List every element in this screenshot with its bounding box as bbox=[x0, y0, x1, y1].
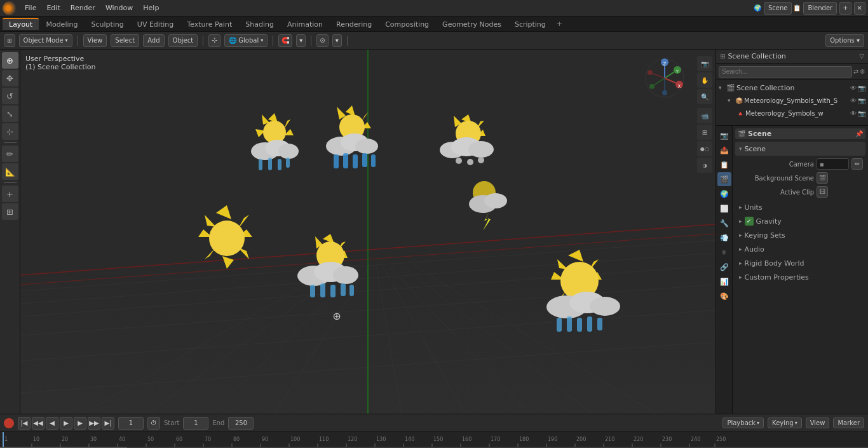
prop-icon-constraints[interactable]: 🔗 bbox=[717, 260, 731, 274]
next-frame-btn[interactable]: ▶ bbox=[74, 417, 86, 430]
tab-animation[interactable]: Animation bbox=[281, 18, 329, 30]
custom-props-section[interactable]: ▸ Custom Properties bbox=[735, 270, 865, 284]
item0-expand[interactable]: ▾ bbox=[728, 97, 734, 104]
mode-icon-btn[interactable]: ⊞ bbox=[4, 34, 15, 47]
menu-window[interactable]: Window bbox=[101, 3, 137, 13]
prop-icon-output[interactable]: 📤 bbox=[717, 143, 731, 157]
viewport-camera2-btn[interactable]: 📹 bbox=[697, 108, 712, 123]
viewport[interactable]: ⊕ bbox=[20, 50, 715, 414]
viewport-zoom-btn[interactable]: 🔍 bbox=[697, 89, 712, 104]
object-mode-dropdown[interactable]: Object Mode ▾ bbox=[19, 34, 72, 47]
viewport-hand-btn[interactable]: ✋ bbox=[697, 72, 712, 88]
view-layer-selector[interactable]: Blender bbox=[803, 2, 837, 15]
add-workspace-button[interactable]: + bbox=[553, 18, 566, 29]
tl-keying-menu[interactable]: Keying ▾ bbox=[768, 417, 802, 428]
viewport-display-btn[interactable]: ⊞ bbox=[697, 125, 712, 140]
outliner-item-0[interactable]: ▾ 📦 Meteorology_Symbols_with_S 👁 📷 bbox=[716, 94, 868, 107]
outliner-filter-btn[interactable]: ▽ bbox=[859, 53, 864, 60]
scene-section-header[interactable]: ▾ Scene bbox=[735, 142, 865, 156]
tab-texture-paint[interactable]: Texture Paint bbox=[180, 18, 238, 30]
tab-layout[interactable]: Layout bbox=[3, 18, 39, 30]
tl-marker-menu[interactable]: Marker bbox=[833, 417, 864, 428]
tool-transform[interactable]: ⊹ bbox=[2, 123, 18, 140]
background-scene-icon-btn[interactable]: 🎬 bbox=[817, 172, 828, 184]
prop-icon-scene[interactable]: 🎬 bbox=[717, 172, 731, 186]
menu-file[interactable]: File bbox=[20, 3, 41, 13]
scene-render-icon[interactable]: 📷 bbox=[858, 85, 865, 92]
prev-frame-btn[interactable]: ◀ bbox=[46, 417, 58, 430]
tab-rendering[interactable]: Rendering bbox=[330, 18, 378, 30]
start-frame-input[interactable]: 1 bbox=[183, 417, 208, 430]
jump-end-btn[interactable]: ▶| bbox=[102, 417, 114, 430]
prop-icon-render[interactable]: 📷 bbox=[717, 128, 731, 142]
outliner-item-scene[interactable]: ▾ 🎬 Scene Collection 👁 📷 bbox=[716, 81, 868, 94]
menu-help[interactable]: Help bbox=[139, 3, 163, 13]
record-button[interactable] bbox=[4, 418, 14, 428]
pivot-btn[interactable]: ⊹ bbox=[208, 34, 220, 47]
object-menu[interactable]: Object bbox=[168, 34, 198, 47]
frame-clock-btn[interactable]: ⏱ bbox=[147, 417, 160, 430]
tool-scale[interactable]: ⤡ bbox=[2, 105, 18, 122]
proportional-edit-btn[interactable]: ⊙ bbox=[316, 34, 328, 47]
tool-cursor[interactable]: ⊕ bbox=[2, 52, 18, 69]
view-menu[interactable]: View bbox=[83, 34, 107, 47]
prop-icon-material[interactable]: 🎨 bbox=[717, 289, 731, 303]
tab-sculpting[interactable]: Sculpting bbox=[85, 18, 130, 30]
tool-add[interactable]: + bbox=[2, 186, 18, 202]
view-layer-add[interactable]: + bbox=[839, 2, 851, 15]
prop-icon-object[interactable]: ⬜ bbox=[717, 201, 731, 215]
item0-render[interactable]: 📷 bbox=[858, 97, 865, 104]
active-clip-icon-btn[interactable]: 🎞 bbox=[817, 186, 828, 198]
transform-space-btn[interactable]: 🌐 Global ▾ bbox=[224, 34, 268, 47]
current-frame-display[interactable]: 1 bbox=[118, 417, 144, 430]
end-frame-input[interactable]: 250 bbox=[228, 417, 254, 430]
camera-value[interactable]: ▪ bbox=[817, 158, 849, 170]
props-pin-btn[interactable]: 📌 bbox=[855, 130, 863, 137]
item1-render[interactable]: 📷 bbox=[858, 110, 865, 117]
jump-back-btn[interactable]: ◀◀ bbox=[32, 417, 44, 430]
snap-options[interactable]: ▾ bbox=[296, 34, 306, 47]
prop-icon-particles[interactable]: 💨 bbox=[717, 231, 731, 245]
add-menu[interactable]: Add bbox=[143, 34, 164, 47]
proportional-options[interactable]: ▾ bbox=[332, 34, 342, 47]
outliner-sync-btn[interactable]: ⇄ bbox=[853, 68, 858, 75]
tool-annotate[interactable]: ✏ bbox=[2, 146, 18, 162]
tool-move[interactable]: ✥ bbox=[2, 70, 18, 86]
item0-vis[interactable]: 👁 bbox=[850, 97, 857, 104]
tab-compositing[interactable]: Compositing bbox=[379, 18, 435, 30]
navigation-gizmo[interactable]: Z Y X bbox=[642, 56, 687, 100]
gravity-checkbox[interactable]: ✓ bbox=[745, 217, 754, 226]
outliner-item-1[interactable]: 🔺 Meteorology_Symbols_w 👁 📷 bbox=[716, 107, 868, 119]
outliner-search-input[interactable] bbox=[719, 66, 852, 78]
tab-scripting[interactable]: Scripting bbox=[508, 18, 552, 30]
units-section[interactable]: ▸ Units bbox=[735, 200, 865, 214]
prop-icon-physics[interactable]: ⚛ bbox=[717, 245, 731, 259]
outliner-settings-btn[interactable]: ⚙ bbox=[860, 68, 865, 75]
prop-icon-view-layer[interactable]: 📋 bbox=[717, 158, 731, 172]
rigid-body-section[interactable]: ▸ Rigid Body World bbox=[735, 256, 865, 270]
gravity-section[interactable]: ▸ ✓ Gravity bbox=[735, 214, 865, 228]
scene-expand-icon[interactable]: ▾ bbox=[719, 85, 725, 91]
prop-icon-world[interactable]: 🌍 bbox=[717, 187, 731, 201]
scene-selector[interactable]: Scene bbox=[764, 2, 792, 15]
jump-fwd-btn[interactable]: ▶▶ bbox=[88, 417, 100, 430]
prop-icon-modifiers[interactable]: 🔧 bbox=[717, 216, 731, 230]
tab-shading[interactable]: Shading bbox=[239, 18, 280, 30]
audio-section[interactable]: ▸ Audio bbox=[735, 242, 865, 256]
view-layer-remove[interactable]: ✕ bbox=[854, 2, 865, 15]
viewport-shading-btn[interactable]: ◑ bbox=[697, 158, 712, 173]
timeline-ruler[interactable]: 1 10 20 30 40 50 60 bbox=[0, 432, 868, 448]
viewport-overlay-btn[interactable]: ●○ bbox=[697, 141, 712, 156]
tab-geometry-nodes[interactable]: Geometry Nodes bbox=[436, 18, 508, 30]
snap-toggle[interactable]: 🧲 bbox=[278, 34, 292, 47]
play-btn[interactable]: ▶ bbox=[60, 417, 72, 430]
menu-edit[interactable]: Edit bbox=[42, 3, 64, 13]
scene-vis-icon[interactable]: 👁 bbox=[850, 85, 857, 92]
tl-playback-menu[interactable]: Playback ▾ bbox=[722, 417, 764, 428]
select-menu[interactable]: Select bbox=[111, 34, 139, 47]
menu-render[interactable]: Render bbox=[66, 3, 100, 13]
tool-extra[interactable]: ⊞ bbox=[2, 203, 18, 220]
tool-measure[interactable]: 📐 bbox=[2, 163, 18, 180]
prop-icon-data[interactable]: 📊 bbox=[717, 275, 731, 288]
tab-uv-editing[interactable]: UV Editing bbox=[131, 18, 180, 30]
